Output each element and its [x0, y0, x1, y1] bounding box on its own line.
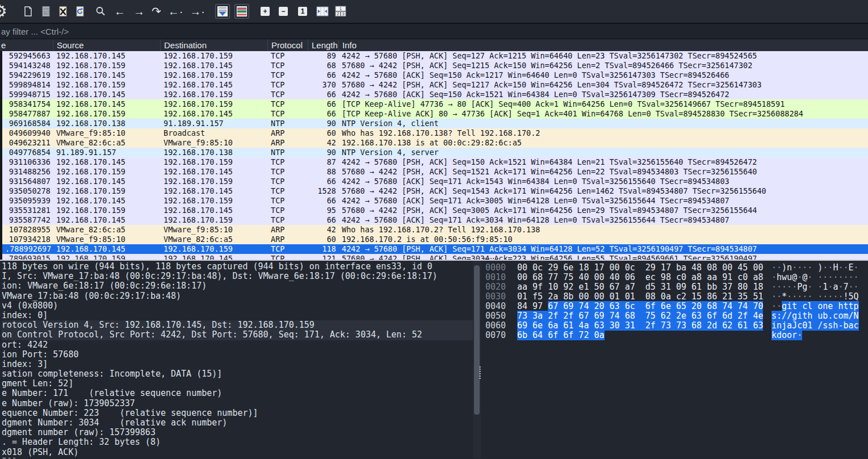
packet-row[interactable]: 958477887192.168.170.159192.168.170.145T… [2, 109, 868, 119]
packet-row[interactable]: 592945663192.168.170.145192.168.170.159T… [2, 51, 868, 61]
hex-row[interactable]: 001000 68 77 75 40 00 40 06 ec 98 c0 a8 … [481, 273, 868, 282]
go-forward-icon[interactable]: → [133, 6, 145, 17]
column-header-length[interactable]: Length [308, 39, 339, 51]
scrollbar-thumb[interactable] [474, 265, 480, 415]
column-header-destination[interactable]: Destination [161, 39, 268, 51]
zoom-normal-icon[interactable]: 1 [298, 7, 307, 16]
cell-length: 90 [308, 148, 339, 157]
detail-line[interactable]: 501 [2, 457, 473, 458]
detail-line[interactable]: rotocol Version 4, Src: 192.168.170.145,… [2, 320, 473, 330]
detail-line[interactable]: equence Number: 223 (relative sequence n… [2, 408, 473, 418]
hex-row[interactable]: 003001 f5 2a 8b 00 00 01 01 08 0a c2 15 … [481, 292, 868, 302]
auto-scroll-button[interactable] [215, 4, 230, 19]
hex-bytes[interactable]: 01 f5 2a 8b 00 00 01 01 08 0a c2 15 86 2… [517, 292, 763, 302]
detail-line[interactable]: sation completeness: Incomplete, DATA (1… [2, 369, 473, 379]
go-back-icon[interactable]: ← [114, 6, 125, 17]
hex-bytes[interactable]: 84 97 67 69 74 20 63 6c 6f 6e 65 20 68 7… [517, 302, 763, 311]
cell-info: NTP Version 4, client [339, 119, 868, 128]
packet-row[interactable]: 931564807192.168.170.145192.168.170.159T… [2, 177, 868, 186]
packet-row[interactable]: 107828955VMware_82:6c:a5VMware_f9:85:10A… [2, 225, 868, 235]
hex-bytes[interactable]: 73 3a 2f 2f 67 69 74 68 75 62 2e 63 6f 6… [517, 311, 763, 321]
cell-time: 935531281 [2, 206, 53, 215]
cell-length: 118 [308, 244, 339, 254]
reload-file-icon[interactable] [74, 6, 86, 17]
detail-line[interactable]: ion Port: 57680 [2, 350, 473, 360]
cell-destination: 192.168.170.145 [161, 206, 268, 215]
packet-row-selected[interactable]: .788992697192.168.170.145192.168.170.159… [2, 244, 868, 254]
detail-line[interactable]: e Number: 171 (relative sequence number) [2, 389, 473, 398]
packet-row[interactable]: 049623211VMware_82:6c:a5VMware_f9:85:10A… [2, 138, 868, 148]
save-file-icon[interactable] [22, 6, 33, 17]
packet-row[interactable]: 049609940VMware_f9:85:10BroadcastARP60Wh… [2, 128, 868, 138]
column-header-protocol[interactable]: Protocol [268, 39, 308, 51]
hex-row[interactable]: 000000 0c 29 6e 18 17 00 0c 29 17 ba 48 … [481, 263, 868, 273]
column-header-info[interactable]: Info [339, 39, 868, 51]
packet-row[interactable]: 935531281192.168.170.159192.168.170.145T… [2, 206, 868, 215]
hex-bytes[interactable]: 6b 64 6f 6f 72 0a [517, 331, 605, 340]
packet-row[interactable]: 935587742192.168.170.145192.168.170.159T… [2, 215, 868, 225]
close-file-icon[interactable] [57, 6, 69, 17]
detail-line[interactable]: index: 3] [2, 360, 473, 369]
detail-line[interactable]: . = Header Length: 32 bytes (8) [2, 437, 473, 447]
hex-ascii[interactable]: ·hwu@·@· ········ [771, 273, 859, 282]
hex-ascii[interactable]: injaJc01 /ssh-bac [771, 321, 859, 331]
packet-row[interactable]: 958341754192.168.170.145192.168.170.159T… [2, 99, 868, 109]
display-filter-input[interactable]: ay filter ... <Ctrl-/> [0, 24, 868, 39]
hex-row[interactable]: 004084 97 67 69 74 20 63 6c 6f 6e 65 20 … [481, 302, 868, 311]
detail-line[interactable]: on Control Protocol, Src Port: 4242, Dst… [2, 330, 473, 340]
cell-length: 60 [308, 235, 339, 244]
hex-ascii[interactable]: ·····Pg· ·1·a·7·· [771, 282, 859, 292]
packet-row[interactable]: 594143248192.168.170.159192.168.170.145T… [2, 61, 868, 70]
packet-row[interactable]: 04977685491.189.91.157192.168.170.138NTP… [2, 148, 868, 157]
hex-row[interactable]: 0020aa 9f 10 92 e1 50 67 a7 d5 31 09 61 … [481, 282, 868, 292]
hex-ascii[interactable]: kdoor· [771, 331, 802, 340]
detail-line[interactable]: ort: 4242 [2, 340, 473, 350]
detail-line[interactable]: index: 0] [2, 311, 473, 320]
go-first-packet-icon[interactable]: ←· [168, 6, 183, 17]
hex-bytes[interactable]: 69 6e 6a 61 4a 63 30 31 2f 73 73 68 2d 6… [517, 321, 763, 331]
hex-bytes[interactable]: 00 68 77 75 40 00 40 06 ec 98 c0 a8 aa 9… [517, 273, 763, 282]
colorize-button[interactable] [234, 4, 249, 19]
hex-row[interactable]: 00706b 64 6f 6f 72 0akdoor· [481, 331, 868, 340]
packet-row[interactable]: 599948715192.168.170.145192.168.170.159T… [2, 90, 868, 99]
layout-columns-icon[interactable]: 123 [334, 6, 347, 17]
packet-row[interactable]: 935095939192.168.170.145192.168.170.159T… [2, 196, 868, 206]
hex-ascii[interactable]: s://gith ub.com/N [771, 311, 859, 321]
hex-bytes[interactable]: 00 0c 29 6e 18 17 00 0c 29 17 ba 48 08 0… [517, 263, 763, 273]
packet-row[interactable]: 599894814192.168.170.159192.168.170.145T… [2, 80, 868, 90]
go-to-packet-icon[interactable]: ↷ [152, 6, 161, 17]
detail-line[interactable]: v4 (0x0800) [2, 301, 473, 311]
details-scrollbar[interactable] [473, 261, 481, 458]
hex-ascii[interactable]: ··git cl one http [771, 302, 859, 311]
hex-row[interactable]: 005073 3a 2f 2f 67 69 74 68 75 62 2e 63 … [481, 311, 868, 321]
hex-ascii[interactable]: ··)n···· )··H··E· [771, 263, 859, 273]
detail-line[interactable]: e Number (raw): 1739052337 [2, 399, 473, 408]
packet-row[interactable]: 969168584192.168.170.13891.189.91.157NTP… [2, 119, 868, 128]
zoom-out-icon[interactable]: − [279, 7, 288, 16]
packet-row[interactable]: 789693015192.168.170.159192.168.170.145T… [2, 254, 868, 260]
detail-line[interactable]: 118 bytes on wire (944 bits), 118 bytes … [2, 262, 473, 272]
find-packet-icon[interactable] [95, 6, 106, 17]
hex-ascii[interactable]: ··*····· ·····!5Q [771, 292, 859, 302]
pane-splitter-horizontal-handle[interactable] [484, 258, 498, 259]
detail-line[interactable]: VMware_17:ba:48 (00:0c:29:17:ba:48) [2, 291, 473, 301]
detail-line[interactable]: dgment Number: 3034 (relative ack number… [2, 418, 473, 428]
column-header-source[interactable]: Source [53, 39, 161, 51]
detail-line[interactable]: x018 (PSH, ACK) [2, 448, 473, 457]
detail-line[interactable]: I, Src: VMware_17:ba:48 (00:0c:29:17:ba:… [2, 272, 473, 281]
resize-columns-icon[interactable] [316, 6, 329, 16]
zoom-in-icon[interactable]: + [261, 7, 270, 16]
detail-line[interactable]: dgment number (raw): 157399863 [2, 428, 473, 437]
packet-row[interactable]: 931488256192.168.170.159192.168.170.145T… [2, 167, 868, 177]
go-last-packet-icon[interactable]: →· [190, 6, 205, 17]
detail-line[interactable]: gment Len: 52] [2, 379, 473, 389]
hex-row[interactable]: 006069 6e 6a 61 4a 63 30 31 2f 73 73 68 … [481, 321, 868, 331]
capture-options-gear-icon[interactable]: ⚙ [0, 3, 7, 20]
column-header-time[interactable]: e [0, 39, 53, 51]
packet-row[interactable]: 931106336192.168.170.145192.168.170.159T… [2, 157, 868, 167]
packet-row[interactable]: 935050278192.168.170.159192.168.170.145T… [2, 186, 868, 196]
packet-row[interactable]: 594229619192.168.170.145192.168.170.159T… [2, 70, 868, 80]
packet-row[interactable]: 107934218VMware_f9:85:10VMware_82:6c:a5A… [2, 235, 868, 244]
hex-bytes[interactable]: aa 9f 10 92 e1 50 67 a7 d5 31 09 61 bb 3… [517, 282, 763, 292]
detail-line[interactable]: ion: VMware_6e:18:17 (00:0c:29:6e:18:17) [2, 281, 473, 291]
